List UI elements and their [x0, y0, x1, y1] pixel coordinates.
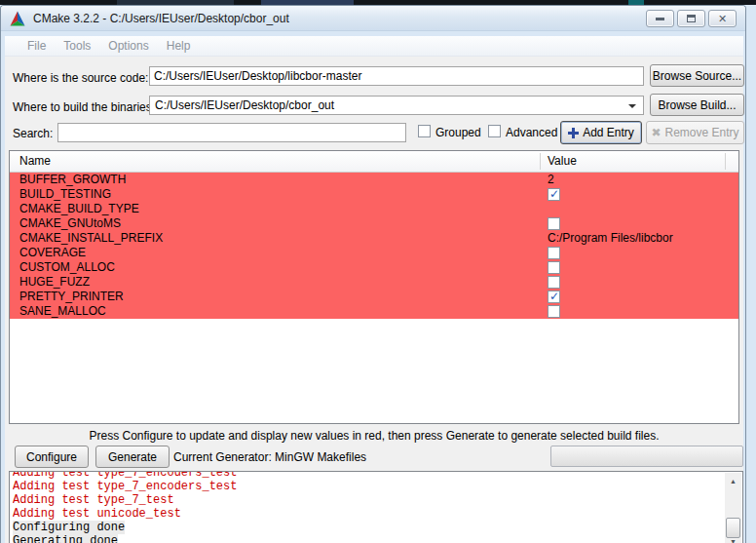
close-button[interactable]: ✕	[708, 10, 737, 27]
log-lines: Adding test type_7_encoders_testAdding t…	[13, 472, 724, 543]
row-name: COVERAGE	[19, 246, 86, 260]
maximize-icon	[687, 15, 696, 22]
table-row[interactable]: CMAKE_BUILD_TYPE	[10, 202, 738, 216]
table-row[interactable]: COVERAGE	[10, 246, 738, 260]
table-row[interactable]: BUFFER_GROWTH2	[10, 173, 738, 187]
window-content: FileToolsOptionsHelp Where is the source…	[5, 36, 743, 543]
menu-item-options[interactable]: Options	[99, 36, 157, 57]
table-header[interactable]: Name Value	[10, 151, 738, 173]
table-row[interactable]: CUSTOM_ALLOC	[10, 260, 738, 275]
build-label: Where to build the binaries:	[13, 100, 155, 114]
value-checkbox-checked[interactable]	[548, 188, 560, 201]
table-row[interactable]: CMAKE_INSTALL_PREFIXC:/Program Files/lib…	[10, 231, 738, 246]
row-name: CMAKE_GNUtoMS	[19, 216, 121, 231]
row-name: BUFFER_GROWTH	[19, 173, 126, 187]
cmake-logo-icon	[10, 11, 25, 26]
chevron-down-icon	[628, 104, 636, 108]
build-path-value: C:/Users/IEUser/Desktop/cbor_out	[155, 98, 334, 112]
generate-button[interactable]: Generate	[95, 446, 170, 468]
current-generator-label: Current Generator: MinGW Makefiles	[173, 450, 366, 464]
grouped-checkbox[interactable]	[418, 125, 431, 137]
column-divider[interactable]	[540, 153, 541, 170]
browse-build-label: Browse Build...	[658, 98, 736, 112]
log-line: Generating done	[13, 534, 724, 543]
table-row[interactable]: HUGE_FUZZ	[10, 275, 738, 290]
row-value[interactable]	[548, 290, 560, 304]
source-label: Where is the source code:	[13, 71, 148, 85]
log-line: Configuring done	[13, 521, 724, 534]
remove-entry-button: ✖ Remove Entry	[646, 121, 744, 144]
menu-item-tools[interactable]: Tools	[55, 36, 99, 57]
value-checkbox-unchecked[interactable]	[548, 261, 560, 274]
scroll-down-button[interactable]: ▼	[725, 533, 741, 543]
hint-text: Press Configure to update and display ne…	[5, 429, 743, 443]
grouped-label: Grouped	[435, 126, 481, 139]
row-name: CMAKE_BUILD_TYPE	[19, 202, 139, 216]
row-name: PRETTY_PRINTER	[19, 290, 124, 304]
progress-bar	[550, 446, 743, 467]
source-path-input[interactable]	[149, 66, 644, 86]
search-input[interactable]	[57, 123, 406, 142]
cmake-gui-screen: CMake 3.2.2 - C:/Users/IEUser/Desktop/cb…	[0, 0, 756, 543]
menu-bar: FileToolsOptionsHelp	[5, 36, 743, 57]
advanced-checkbox[interactable]	[488, 125, 501, 137]
row-value[interactable]	[548, 246, 560, 260]
search-label: Search:	[13, 127, 53, 140]
row-value[interactable]	[548, 216, 560, 231]
close-icon: ✕	[718, 14, 727, 24]
cache-table[interactable]: Name Value BUFFER_GROWTH2BUILD_TESTINGCM…	[9, 150, 739, 424]
scroll-up-button[interactable]: ▲	[725, 473, 741, 488]
window-title: CMake 3.2.2 - C:/Users/IEUser/Desktop/cb…	[33, 12, 289, 25]
column-header-value[interactable]: Value	[548, 154, 577, 168]
build-path-combobox[interactable]: C:/Users/IEUser/Desktop/cbor_out	[149, 96, 644, 115]
minimize-icon	[656, 18, 664, 20]
output-log[interactable]: Adding test type_7_encoders_testAdding t…	[9, 471, 743, 543]
triangle-down-icon: ▼	[730, 538, 737, 543]
value-checkbox-checked[interactable]	[548, 291, 560, 303]
menu-item-file[interactable]: File	[19, 36, 55, 57]
table-row[interactable]: CMAKE_GNUtoMS	[10, 216, 738, 231]
maximize-button[interactable]	[677, 10, 705, 27]
cmake-window: CMake 3.2.2 - C:/Users/IEUser/Desktop/cb…	[0, 5, 746, 543]
configure-button[interactable]: Configure	[15, 446, 89, 468]
row-name: BUILD_TESTING	[19, 187, 111, 202]
row-value[interactable]: 2	[548, 173, 554, 187]
column-header-name[interactable]: Name	[19, 154, 51, 168]
menu-item-help[interactable]: Help	[158, 36, 200, 57]
generate-label: Generate	[108, 450, 157, 464]
row-value[interactable]	[548, 260, 560, 275]
title-bar[interactable]: CMake 3.2.2 - C:/Users/IEUser/Desktop/cb…	[1, 6, 745, 31]
row-value[interactable]	[548, 304, 560, 319]
value-checkbox-unchecked[interactable]	[548, 276, 560, 289]
row-value[interactable]	[548, 275, 560, 290]
table-row[interactable]: SANE_MALLOC	[10, 304, 738, 319]
row-name: CMAKE_INSTALL_PREFIX	[19, 231, 163, 246]
plus-icon	[568, 128, 579, 138]
value-checkbox-unchecked[interactable]	[548, 305, 560, 318]
log-line: Adding test type_7_encoders_test	[13, 472, 724, 480]
advanced-label: Advanced	[506, 126, 557, 139]
row-name: SANE_MALLOC	[19, 304, 106, 319]
remove-entry-label: Remove Entry	[665, 126, 739, 139]
add-entry-label: Add Entry	[583, 126, 634, 139]
minimize-button[interactable]	[646, 10, 674, 27]
table-row[interactable]: BUILD_TESTING	[10, 187, 738, 202]
log-line: Adding test type_7_test	[13, 493, 724, 507]
x-icon: ✖	[651, 126, 661, 139]
column-divider-right	[725, 153, 726, 170]
value-checkbox-unchecked[interactable]	[548, 247, 560, 259]
row-value[interactable]	[548, 187, 560, 202]
browse-source-button[interactable]: Browse Source...	[650, 64, 744, 87]
log-line: Adding test type_7_encoders_test	[13, 480, 724, 493]
browse-build-button[interactable]: Browse Build...	[650, 94, 744, 116]
log-scrollbar[interactable]: ▲ ▼	[725, 473, 741, 543]
table-row[interactable]: PRETTY_PRINTER	[10, 290, 738, 304]
row-name: CUSTOM_ALLOC	[19, 260, 115, 275]
value-checkbox-unchecked[interactable]	[548, 217, 560, 230]
add-entry-button[interactable]: Add Entry	[560, 121, 642, 144]
row-value[interactable]: C:/Program Files/libcbor	[548, 231, 673, 246]
triangle-up-icon: ▲	[730, 478, 737, 485]
row-name: HUGE_FUZZ	[19, 275, 90, 290]
browse-source-label: Browse Source...	[653, 69, 741, 83]
table-body: BUFFER_GROWTH2BUILD_TESTINGCMAKE_BUILD_T…	[10, 173, 738, 319]
